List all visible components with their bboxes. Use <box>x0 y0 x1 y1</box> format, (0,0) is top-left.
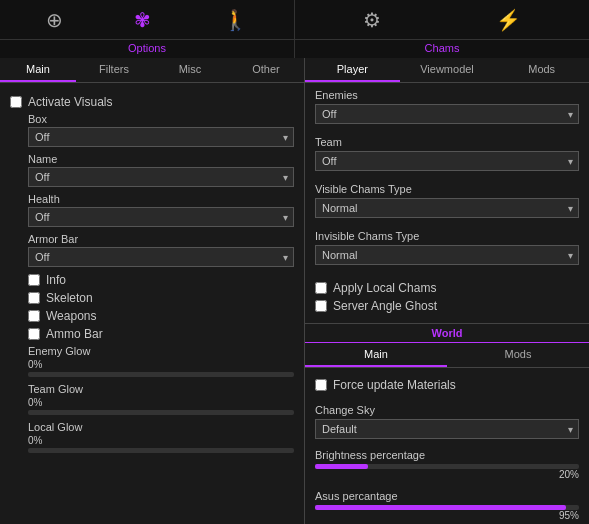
activate-visuals-label: Activate Visuals <box>28 95 113 109</box>
right-panel: Enemies OffOn Team OffOn Visible Chams T… <box>305 83 589 524</box>
skeleton-row: Skeleton <box>10 291 294 305</box>
armorbar-select-wrapper: OffOn <box>28 247 294 267</box>
change-sky-select[interactable]: Default <box>315 419 579 439</box>
invisible-chams-section: Invisible Chams Type NormalFlatGlow <box>305 224 589 271</box>
visible-chams-label: Visible Chams Type <box>315 183 579 195</box>
tab-main-left[interactable]: Main <box>0 58 76 82</box>
health-group: Health OffOn <box>10 193 294 227</box>
health-label: Health <box>28 193 294 205</box>
health-select[interactable]: OffOn <box>28 207 294 227</box>
tab-player[interactable]: Player <box>305 58 400 82</box>
team-select[interactable]: OffOn <box>315 151 579 171</box>
player-icon[interactable]: 🚶 <box>223 8 248 32</box>
force-update-section: Force update Materials <box>305 368 589 402</box>
enemies-label: Enemies <box>315 89 579 101</box>
asus-value: 95% <box>315 510 579 521</box>
local-glow-value: 0% <box>28 435 294 446</box>
force-update-checkbox[interactable] <box>315 379 327 391</box>
invisible-chams-select[interactable]: NormalFlatGlow <box>315 245 579 265</box>
box-select-wrapper: OffOn <box>28 127 294 147</box>
world-label: World <box>432 327 463 339</box>
ammobar-label: Ammo Bar <box>46 327 103 341</box>
crosshair-icon[interactable]: ⊕ <box>46 8 63 32</box>
asus-label: Asus percantage <box>315 490 579 502</box>
armorbar-select[interactable]: OffOn <box>28 247 294 267</box>
info-checkbox[interactable] <box>28 274 40 286</box>
team-section: Team OffOn <box>305 130 589 177</box>
name-group: Name OffOn <box>10 153 294 187</box>
knife-icon[interactable]: ⚡ <box>496 8 521 32</box>
health-select-wrapper: OffOn <box>28 207 294 227</box>
tab-viewmodel[interactable]: Viewmodel <box>400 58 495 82</box>
team-label: Team <box>315 136 579 148</box>
tab-misc[interactable]: Misc <box>152 58 228 82</box>
activate-visuals-checkbox[interactable] <box>10 96 22 108</box>
box-label: Box <box>28 113 294 125</box>
enemies-select-wrapper: OffOn <box>315 104 579 124</box>
tab-other[interactable]: Other <box>228 58 304 82</box>
local-glow-label: Local Glow <box>28 421 294 433</box>
enemy-glow-bar-bg <box>28 372 294 377</box>
visible-chams-section: Visible Chams Type NormalFlatGlow <box>305 177 589 224</box>
world-tab-main[interactable]: Main <box>305 343 447 367</box>
name-label: Name <box>28 153 294 165</box>
right-tab-row: Player Viewmodel Mods <box>305 58 589 83</box>
world-label-row: World <box>305 323 589 343</box>
enemies-select[interactable]: OffOn <box>315 104 579 124</box>
left-tab-row: Main Filters Misc Other <box>0 58 304 83</box>
name-select-wrapper: OffOn <box>28 167 294 187</box>
invisible-chams-select-wrapper: NormalFlatGlow <box>315 245 579 265</box>
local-glow-bar-bg <box>28 448 294 453</box>
tab-filters[interactable]: Filters <box>76 58 152 82</box>
ammobar-checkbox[interactable] <box>28 328 40 340</box>
name-select[interactable]: OffOn <box>28 167 294 187</box>
box-group: Box OffOn <box>10 113 294 147</box>
skeleton-checkbox[interactable] <box>28 292 40 304</box>
options-label: Options <box>0 40 295 58</box>
weapons-row: Weapons <box>10 309 294 323</box>
chams-options-section: Apply Local Chams Server Angle Ghost <box>305 271 589 323</box>
apply-local-chams-row: Apply Local Chams <box>315 281 579 295</box>
chams-label: Chams <box>295 40 589 58</box>
tab-mods[interactable]: Mods <box>494 58 589 82</box>
weapons-checkbox[interactable] <box>28 310 40 322</box>
apply-local-chams-checkbox[interactable] <box>315 282 327 294</box>
enemy-glow-group: Enemy Glow 0% <box>10 345 294 377</box>
enemy-glow-value: 0% <box>28 359 294 370</box>
force-update-label: Force update Materials <box>333 378 456 392</box>
visible-chams-select[interactable]: NormalFlatGlow <box>315 198 579 218</box>
info-label: Info <box>46 273 66 287</box>
armorbar-group: Armor Bar OffOn <box>10 233 294 267</box>
world-tab-mods[interactable]: Mods <box>447 343 589 367</box>
change-sky-select-wrapper: Default <box>315 419 579 439</box>
server-angle-ghost-row: Server Angle Ghost <box>315 299 579 313</box>
enemies-section: Enemies OffOn <box>305 83 589 130</box>
world-tabs: Main Mods <box>305 343 589 368</box>
visible-chams-select-wrapper: NormalFlatGlow <box>315 198 579 218</box>
invisible-chams-label: Invisible Chams Type <box>315 230 579 242</box>
brightness-group: Brightness percentage 20% <box>305 445 589 486</box>
enemy-glow-label: Enemy Glow <box>28 345 294 357</box>
brightness-value: 20% <box>315 469 579 480</box>
team-glow-value: 0% <box>28 397 294 408</box>
server-angle-ghost-label: Server Angle Ghost <box>333 299 437 313</box>
force-update-row: Force update Materials <box>315 378 579 392</box>
asus-group: Asus percantage 95% <box>305 486 589 524</box>
left-panel: Activate Visuals Box OffOn Name OffOn He… <box>0 83 305 524</box>
change-sky-section: Change Sky Default <box>305 402 589 445</box>
skeleton-label: Skeleton <box>46 291 93 305</box>
info-row: Info <box>10 273 294 287</box>
team-glow-label: Team Glow <box>28 383 294 395</box>
armorbar-label: Armor Bar <box>28 233 294 245</box>
gear-sun-icon[interactable]: ✾ <box>134 8 151 32</box>
settings-icon[interactable]: ⚙ <box>363 8 381 32</box>
server-angle-ghost-checkbox[interactable] <box>315 300 327 312</box>
activate-visuals-row: Activate Visuals <box>10 95 294 109</box>
change-sky-label: Change Sky <box>315 404 579 416</box>
weapons-label: Weapons <box>46 309 96 323</box>
apply-local-chams-label: Apply Local Chams <box>333 281 436 295</box>
team-glow-bar-bg <box>28 410 294 415</box>
box-select[interactable]: OffOn <box>28 127 294 147</box>
team-select-wrapper: OffOn <box>315 151 579 171</box>
local-glow-group: Local Glow 0% <box>10 421 294 453</box>
